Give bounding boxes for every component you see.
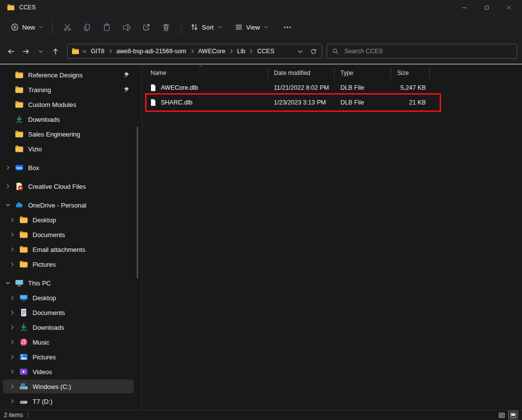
sidebar-item-box[interactable]: boxBox [3,161,134,175]
chevron-slot[interactable] [9,369,19,375]
column-header-name[interactable]: Name [145,68,268,78]
column-header-size[interactable]: Size [391,68,430,78]
new-button[interactable]: New [7,19,47,35]
chevron-slot[interactable] [9,232,19,238]
back-button[interactable] [5,45,17,57]
sidebar-item-downloads[interactable]: Downloads [3,320,134,334]
delete-button[interactable] [156,19,175,35]
chevron-slot[interactable] [5,183,15,189]
sidebar-item-desktop[interactable]: Desktop [3,213,134,227]
chevron-down-icon [38,25,43,30]
sidebar-item-custom-modules[interactable]: Custom Modules [3,98,134,111]
chevron-slot[interactable] [5,165,15,171]
sidebar-item-email-attachments[interactable]: Email attachments [3,243,134,256]
forward-arrow-icon [22,48,30,55]
sidebar-item-documents[interactable]: Documents [3,306,134,319]
sidebar-item-reference-designs[interactable]: Reference Designs [3,68,134,82]
chevron-down-icon[interactable] [297,48,303,55]
rename-button[interactable] [117,19,136,35]
copy-button[interactable] [77,19,96,35]
close-button[interactable] [500,0,522,15]
sidebar-item-vizio[interactable]: Vizio [3,142,134,156]
breadcrumb-segment-lib[interactable]: Lib [236,48,247,55]
sidebar-item-label: Desktop [33,216,56,224]
sidebar-item-videos[interactable]: Videos [3,365,134,379]
more-options-button[interactable] [278,19,297,35]
view-button[interactable]: View [231,19,272,35]
sidebar-item-training[interactable]: Training [3,83,134,97]
chevron-slot[interactable] [9,384,19,389]
sidebar-item-t7-d[interactable]: T7 (D:) [3,394,134,408]
search-box [327,44,517,59]
up-button[interactable] [49,45,61,57]
breadcrumb-segment-awecore[interactable]: AWECore [197,48,226,55]
creative-cloud-icon [15,182,24,191]
thumbnail-view-toggle[interactable] [508,411,518,420]
breadcrumb-segment-awe8-bsp-adi-21569-som[interactable]: awe8-bsp-adi-21569-som [115,48,187,55]
chevron-slot[interactable] [9,246,19,252]
sidebar-item-documents[interactable]: Documents [3,228,134,242]
chevron-slot[interactable] [9,261,19,267]
chevron-slot[interactable] [9,354,19,360]
breadcrumb-collapsed-marker[interactable]: « [83,48,86,55]
breadcrumb[interactable]: « GIT8awe8-bsp-adi-21569-somAWECoreLibCC… [67,44,322,59]
chevron-slot[interactable] [9,217,19,223]
chevron-right-icon [9,339,15,345]
breadcrumb-segment-git8[interactable]: GIT8 [90,48,106,55]
folder-icon [15,130,24,139]
forward-button[interactable] [20,45,32,57]
sidebar-item-windows-c[interactable]: Windows (C:) [3,380,134,393]
chevron-slot[interactable] [9,295,19,301]
details-view-toggle[interactable] [497,411,506,419]
column-header-type[interactable]: Type [335,68,391,78]
file-type: DLB File [335,99,391,106]
sidebar-item-this-pc[interactable]: This PC [3,276,134,290]
breadcrumb-segment-cces[interactable]: CCES [256,48,275,55]
chevron-slot [5,87,15,93]
file-row-sharc-dlb[interactable]: SHARC.dlb1/23/2023 3:13 PMDLB File21 KB [145,95,517,110]
sidebar-item-onedrive-personal[interactable]: OneDrive - Personal [3,198,134,212]
sidebar-item-label: Downloads [28,116,60,123]
sidebar-item-pictures[interactable]: Pictures [3,350,134,364]
chevron-slot[interactable] [9,324,19,330]
file-row-awecore-dlb[interactable]: AWECore.dlb11/21/2022 8:02 PMDLB File5,2… [145,80,517,95]
sort-ascending-icon [198,65,203,68]
breadcrumb-separator-icon [228,48,234,54]
status-separator [28,412,29,418]
recent-locations-button[interactable] [35,45,46,57]
sidebar-item-label: Pictures [33,261,56,268]
share-button[interactable] [137,19,155,35]
sidebar-item-music[interactable]: Music [3,335,134,349]
sidebar-scrollbar[interactable] [137,127,138,279]
sort-button[interactable]: Sort [186,19,226,35]
folder-icon [19,245,28,254]
refresh-icon[interactable] [310,48,317,55]
search-input[interactable] [343,47,512,55]
sidebar-item-label: Music [33,339,49,346]
chevron-slot[interactable] [9,398,19,404]
chevron-slot[interactable] [5,280,15,286]
chevron-down-icon [217,25,222,30]
sidebar-item-desktop[interactable]: Desktop [3,291,134,305]
sidebar-item-label: Creative Cloud Files [28,183,86,190]
downloads-icon [19,323,28,332]
column-header-name-label: Name [150,70,166,76]
address-bar-row: « GIT8awe8-bsp-adi-21569-somAWECoreLibCC… [0,40,522,62]
chevron-slot[interactable] [9,310,19,315]
sidebar-item-sales-engineering[interactable]: Sales Engineering [3,127,134,141]
maximize-button[interactable] [478,0,500,15]
sidebar-item-pictures[interactable]: Pictures [3,257,134,271]
chevron-slot[interactable] [9,339,19,345]
chevron-right-icon [9,354,15,360]
sidebar-item-creative-cloud-files[interactable]: Creative Cloud Files [3,179,134,193]
column-header-date-modified[interactable]: Date modified [268,68,335,78]
file-rows: AWECore.dlb11/21/2022 8:02 PMDLB File5,2… [145,80,517,110]
chevron-slot[interactable] [5,202,15,208]
minimize-button[interactable] [455,0,478,15]
cut-button[interactable] [58,19,76,35]
sidebar-item-downloads[interactable]: Downloads [3,112,134,126]
window-controls [455,0,522,15]
column-header-size-label: Size [397,70,409,76]
paste-button[interactable] [97,19,116,35]
chevron-right-icon [5,183,11,189]
